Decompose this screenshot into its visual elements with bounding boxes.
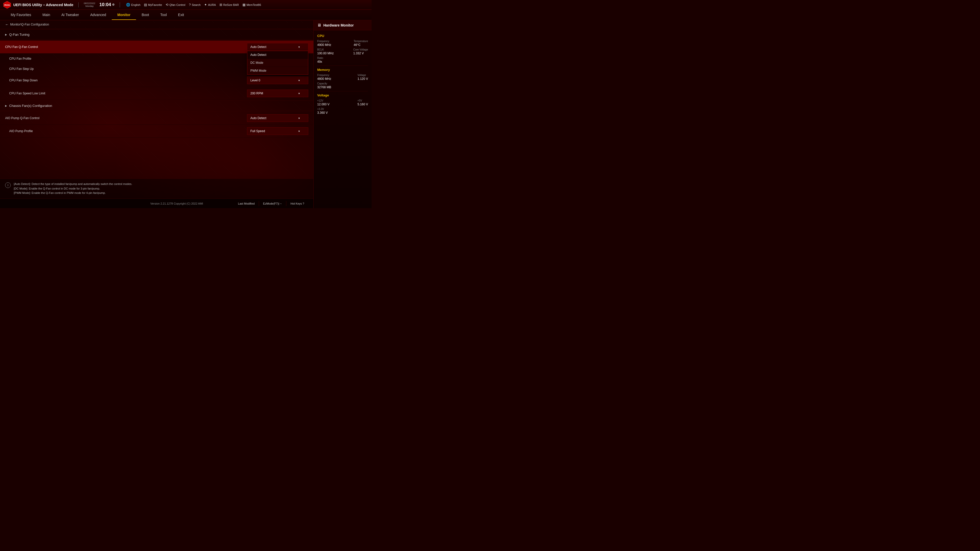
top-bar-divider [78, 2, 79, 7]
plus12v-value: 12.000 V [317, 103, 329, 106]
aura-label: AURA [208, 3, 216, 6]
date-text: 08/22/2022 [84, 2, 95, 5]
qfan-tuning-section[interactable]: ▶ Q-Fan Tuning [0, 30, 313, 39]
tab-ai-tweaker[interactable]: Ai Tweaker [56, 10, 84, 20]
cpu-ratio-row: Ratio 49x [317, 57, 368, 64]
language-label: English [131, 3, 140, 6]
volt-5v-col: +5V 5.160 V [358, 99, 368, 106]
back-arrow[interactable]: ← [5, 22, 9, 27]
cpu-frequency-col: Frequency 4900 MHz [317, 40, 331, 47]
volt-3v3-row: +3.3V 3.360 V [317, 108, 368, 114]
top-nav-icons: 🌐 English ▤ MyFavorite ⟲ Qfan Control ? … [126, 3, 261, 6]
cpu-fan-qfan-menu: Auto Detect DC Mode PWM Mode [247, 51, 308, 75]
mem-freq-volt-row: Frequency 4800 MHz Voltage 1.120 V [317, 74, 368, 81]
aio-pump-qfan-dropdown[interactable]: Auto Detect ▼ [247, 114, 308, 122]
mem-capacity-col: Capacity 32768 MB [317, 82, 331, 89]
cpu-fan-step-down-dropdown[interactable]: Level 0 ▼ [247, 76, 308, 84]
cpu-fan-speed-limit-wrapper: 200 RPM ▼ [247, 89, 308, 97]
qfan-control-btn[interactable]: ⟲ Qfan Control [165, 3, 185, 6]
plus3v3-value: 3.360 V [317, 111, 328, 114]
bottom-bar: Version 2.21.1278 Copyright (C) 2022 AMI… [0, 198, 313, 208]
cpu-fan-step-down-label: CPU Fan Step Down [5, 79, 38, 82]
aio-pump-qfan-row: AIO Pump Q-Fan Control Auto Detect ▼ [0, 112, 313, 125]
volt-12v-5v-row: +12V 12.000 V +5V 5.160 V [317, 99, 368, 106]
cpu-fan-qfan-label: CPU Fan Q-Fan Control [5, 45, 38, 49]
resize-bar-btn[interactable]: ⊞ ReSize BAR [220, 3, 239, 6]
cpu-ratio-label: Ratio [317, 57, 323, 59]
cpu-fan-speed-limit-dropdown[interactable]: 200 RPM ▼ [247, 89, 308, 97]
aio-pump-profile-dropdown[interactable]: Full Speed ▼ [247, 127, 308, 135]
language-selector[interactable]: 🌐 English [126, 3, 140, 6]
tab-tool[interactable]: Tool [155, 10, 172, 20]
cpu-bclk-value: 100.00 MHz [317, 52, 334, 55]
cpu-section-title: CPU [317, 34, 368, 38]
tab-advanced[interactable]: Advanced [84, 10, 111, 20]
cpu-ratio-col: Ratio 49x [317, 57, 323, 64]
search-btn[interactable]: ? Search [189, 3, 200, 6]
tab-monitor[interactable]: Monitor [112, 10, 136, 20]
dropdown-arrow-5-icon: ▼ [298, 130, 301, 133]
tab-main[interactable]: Main [37, 10, 56, 20]
memtest-btn[interactable]: ▦ MemTest86 [242, 3, 261, 6]
plus5v-label: +5V [358, 99, 368, 102]
tab-exit[interactable]: Exit [172, 10, 189, 20]
resize-label: ReSize BAR [223, 3, 239, 6]
resize-icon: ⊞ [220, 3, 222, 6]
nav-tabs: My Favorites Main Ai Tweaker Advanced Mo… [0, 10, 372, 21]
chassis-fans-section[interactable]: ▶ Chassis Fan(s) Configuration [0, 101, 313, 110]
cpu-corevolt-value: 1.332 V [353, 52, 368, 55]
dropdown-arrow-icon: ▼ [298, 46, 301, 48]
desc-line-1: [Auto Detect]: Detect the type of instal… [14, 182, 132, 186]
cpu-corevolt-col: Core Voltage 1.332 V [353, 48, 368, 55]
tab-boot[interactable]: Boot [136, 10, 155, 20]
desc-line-2: [DC Mode]: Enable the Q-Fan control in D… [14, 186, 132, 191]
cpu-fan-qfan-value: Auto Detect [250, 45, 266, 49]
time-text: 10:04 [99, 2, 111, 7]
cpu-temp-label: Temperature [354, 40, 368, 43]
last-modified-btn[interactable]: Last Modified [234, 201, 259, 206]
globe-icon: 🌐 [126, 3, 130, 6]
hw-monitor-header: 🖥 Hardware Monitor [313, 21, 372, 30]
datetime: 08/22/2022 Monday [84, 2, 95, 8]
search-label: Search [192, 3, 200, 6]
mem-capacity-row: Capacity 32768 MB [317, 82, 368, 89]
mem-freq-col: Frequency 4800 MHz [317, 74, 331, 81]
cpu-fan-step-down-wrapper: Level 0 ▼ [247, 76, 308, 84]
hw-monitor-content: CPU Frequency 4900 MHz Temperature 46°C … [313, 30, 372, 208]
option-auto-detect[interactable]: Auto Detect [247, 51, 308, 59]
section-arrow: ▶ [5, 33, 7, 36]
mem-volt-col: Voltage 1.120 V [358, 74, 368, 81]
ez-mode-btn[interactable]: EzMode(F7)|→ [259, 201, 286, 206]
heart-icon: ▤ [144, 3, 147, 6]
gear-icon[interactable]: ⚙ [112, 3, 115, 6]
cpu-fan-speed-limit-value: 200 RPM [250, 92, 263, 95]
hot-keys-btn[interactable]: Hot Keys ? [286, 201, 308, 206]
my-favorite-label: MyFavorite [148, 3, 162, 6]
mem-freq-label: Frequency [317, 74, 331, 76]
cpu-fan-step-down-row: CPU Fan Step Down Level 0 ▼ [0, 74, 313, 87]
mem-volt-label: Voltage [358, 74, 368, 76]
option-pwm-mode[interactable]: PWM Mode [247, 67, 308, 75]
settings-content: ▶ Q-Fan Tuning CPU Fan Q-Fan Control Aut… [0, 29, 313, 179]
breadcrumb-text: Monitor\Q-Fan Configuration [10, 23, 49, 26]
memtest-label: MemTest86 [247, 3, 261, 6]
day-text: Monday [86, 5, 94, 8]
rog-logo: ROG [3, 1, 11, 9]
breadcrumb: ← Monitor\Q-Fan Configuration [0, 21, 313, 29]
cpu-fan-qfan-dropdown[interactable]: Auto Detect ▼ [247, 43, 308, 51]
aio-pump-profile-value: Full Speed [250, 129, 265, 133]
aura-icon: ✦ [204, 3, 207, 6]
hardware-monitor-panel: 🖥 Hardware Monitor CPU Frequency 4900 MH… [313, 21, 372, 208]
my-favorite-btn[interactable]: ▤ MyFavorite [144, 3, 162, 6]
app-title: UEFI BIOS Utility – Advanced Mode [13, 3, 73, 7]
chassis-fans-label: Chassis Fan(s) Configuration [9, 104, 52, 108]
aura-btn[interactable]: ✦ AURA [204, 3, 216, 6]
option-dc-mode[interactable]: DC Mode [247, 59, 308, 67]
search-icon: ? [189, 3, 191, 6]
cpu-temp-col: Temperature 46°C [354, 40, 368, 47]
aio-pump-qfan-label: AIO Pump Q-Fan Control [5, 116, 40, 120]
hw-divider-2 [317, 91, 368, 91]
cpu-bclk-label: BCLK [317, 48, 334, 51]
qfan-label: Qfan Control [169, 3, 185, 6]
tab-my-favorites[interactable]: My Favorites [5, 10, 37, 20]
